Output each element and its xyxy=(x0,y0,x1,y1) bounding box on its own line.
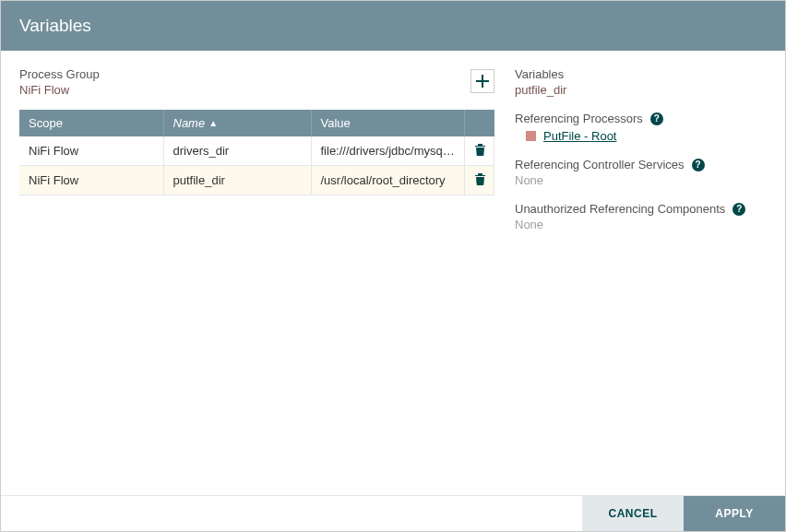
delete-row-button[interactable] xyxy=(474,172,486,188)
table-row[interactable]: NiFi Flowdrivers_dirfile:///drivers/jdbc… xyxy=(19,136,494,166)
ref-processors-label: Referencing Processors xyxy=(515,112,643,125)
help-icon[interactable]: ? xyxy=(732,203,745,216)
cell-name: putfile_dir xyxy=(163,166,311,195)
col-name[interactable]: Name▲ xyxy=(163,110,311,136)
process-group-label: Process Group xyxy=(19,67,100,81)
ref-processor-item: PutFile - Root xyxy=(526,129,767,143)
ref-services-label: Referencing Controller Services xyxy=(515,158,685,171)
sort-asc-icon: ▲ xyxy=(208,118,218,128)
cell-value: file:///drivers/jdbc/mysql-… xyxy=(311,136,465,166)
unauth-none: None xyxy=(515,218,767,231)
table-row[interactable]: NiFi Flowputfile_dir/usr/local/root_dire… xyxy=(19,166,494,195)
cancel-button[interactable]: CANCEL xyxy=(582,496,684,531)
col-value[interactable]: Value xyxy=(311,110,465,136)
variables-section-label: Variables xyxy=(515,67,767,81)
variables-table: Scope Name▲ Value NiFi Flowdrivers_dirfi… xyxy=(19,110,494,195)
cell-value: /usr/local/root_directory xyxy=(311,166,465,195)
col-actions xyxy=(465,110,494,136)
trash-icon xyxy=(474,172,486,188)
ref-processor-link[interactable]: PutFile - Root xyxy=(543,129,616,143)
processor-status-swatch xyxy=(526,131,536,141)
plus-icon xyxy=(476,75,489,88)
cell-scope: NiFi Flow xyxy=(19,166,163,195)
selected-variable: putfile_dir xyxy=(515,83,767,97)
col-scope[interactable]: Scope xyxy=(19,110,163,136)
unauth-label: Unauthorized Referencing Components xyxy=(515,202,725,216)
add-variable-button[interactable] xyxy=(470,69,494,93)
ref-services-none: None xyxy=(515,173,767,187)
cell-name: drivers_dir xyxy=(163,136,311,166)
help-icon[interactable]: ? xyxy=(650,112,663,125)
dialog-title: Variables xyxy=(1,1,785,51)
col-name-label: Name xyxy=(173,116,206,130)
apply-button[interactable]: APPLY xyxy=(684,496,785,531)
process-group-name: NiFi Flow xyxy=(19,83,100,97)
trash-icon xyxy=(474,143,486,159)
help-icon[interactable]: ? xyxy=(692,159,705,171)
cell-scope: NiFi Flow xyxy=(19,136,163,166)
delete-row-button[interactable] xyxy=(474,143,486,159)
